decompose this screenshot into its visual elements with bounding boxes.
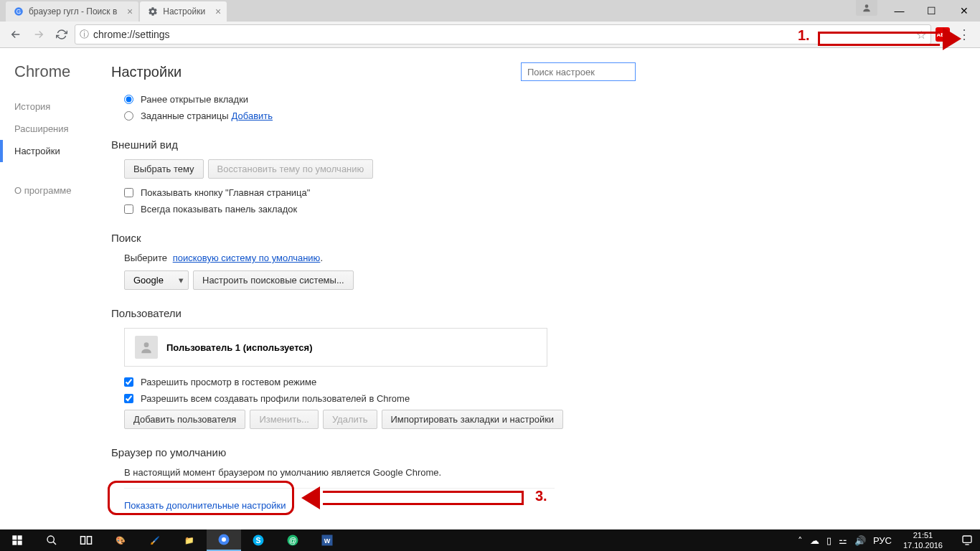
toolbar: ⓘ ☆ ABP ⋮ [0, 22, 980, 47]
start-button[interactable] [0, 529, 34, 551]
user-avatar-icon [135, 336, 158, 359]
tab-title: браузер гугл - Поиск в [29, 6, 117, 17]
add-pages-link[interactable]: Добавить [232, 110, 273, 121]
default-browser-status: В настоящий момент браузером по умолчани… [124, 467, 613, 478]
action-center-icon[interactable] [954, 529, 980, 551]
delete-user-button[interactable]: Удалить [323, 410, 377, 429]
svg-rect-9 [81, 537, 85, 545]
show-bookmarks-checkbox[interactable] [124, 204, 133, 214]
tray-volume-icon[interactable]: 🔊 [854, 535, 866, 546]
menu-button[interactable]: ⋮ [954, 24, 974, 44]
svg-point-12 [222, 537, 226, 542]
svg-rect-10 [88, 537, 92, 545]
tab-strip: G браузер гугл - Поиск в × Настройки × —… [0, 0, 980, 22]
anyone-create-checkbox[interactable] [124, 394, 133, 403]
taskbar-app-chrome[interactable] [207, 529, 241, 551]
svg-text:@: @ [289, 536, 297, 545]
default-browser-heading: Браузер по умолчанию [111, 446, 613, 458]
add-user-button[interactable]: Добавить пользователя [124, 410, 245, 429]
taskbar-app-palette[interactable]: 🎨 [103, 529, 138, 551]
svg-rect-6 [12, 541, 17, 545]
tray-clock[interactable]: 21:51 17.10.2016 [899, 530, 947, 550]
default-search-link[interactable]: поисковую систему по умолчанию [173, 253, 321, 263]
tab-close-icon[interactable]: × [127, 6, 133, 17]
minimize-button[interactable]: — [883, 0, 915, 22]
site-info-icon[interactable]: ⓘ [80, 28, 89, 41]
side-nav: Chrome История Расширения Настройки О пр… [0, 48, 111, 530]
search-help-text: Выберите [124, 253, 170, 263]
import-bookmarks-button[interactable]: Импортировать закладки и настройки [382, 410, 564, 429]
close-button[interactable]: ✕ [948, 0, 980, 22]
taskbar: 🎨 🖌️ 📁 S @ W ˄ ☁ ▯ ⚍ 🔊 РУС 21:51 17.10.2… [0, 529, 980, 551]
tab-title: Настройки [163, 6, 205, 17]
search-heading: Поиск [111, 232, 613, 244]
gear-icon [147, 6, 159, 17]
nav-settings[interactable]: Настройки [0, 140, 111, 162]
taskbar-app-paint[interactable]: 🖌️ [138, 529, 172, 551]
browser-chrome: G браузер гугл - Поиск в × Настройки × —… [0, 0, 980, 48]
svg-rect-5 [18, 535, 22, 540]
manage-search-button[interactable]: Настроить поисковые системы... [193, 270, 354, 290]
show-home-checkbox[interactable] [124, 188, 133, 197]
svg-rect-7 [18, 541, 22, 545]
guest-checkbox[interactable] [124, 377, 133, 387]
svg-text:S: S [255, 536, 260, 545]
users-heading: Пользователи [111, 307, 613, 319]
checkbox-label: Разрешить всем создавать профили пользов… [141, 393, 410, 404]
user-switcher[interactable] [856, 0, 877, 16]
tray-onedrive-icon[interactable]: ☁ [810, 535, 819, 546]
cortana-search-icon[interactable] [34, 529, 69, 551]
back-button[interactable] [6, 24, 26, 44]
nav-about[interactable]: О программе [14, 179, 111, 202]
svg-point-8 [47, 536, 54, 542]
svg-point-3 [144, 342, 149, 347]
svg-rect-19 [963, 536, 971, 542]
taskbar-app-explorer[interactable]: 📁 [172, 529, 207, 551]
adblock-plus-icon[interactable]: ABP [934, 26, 951, 43]
startup-previous-radio[interactable] [124, 95, 133, 104]
checkbox-label: Разрешить просмотр в гостевом режиме [141, 377, 316, 387]
choose-theme-button[interactable]: Выбрать тему [124, 159, 204, 179]
nav-history[interactable]: История [14, 95, 111, 118]
svg-text:W: W [324, 537, 331, 545]
svg-text:G: G [17, 9, 21, 15]
search-engine-dropdown[interactable]: Google [124, 270, 189, 290]
tray-language[interactable]: РУС [873, 535, 892, 546]
tray-chevron-icon[interactable]: ˄ [798, 535, 803, 546]
edit-user-button[interactable]: Изменить... [250, 410, 318, 429]
reload-button[interactable] [52, 24, 72, 44]
show-advanced-link[interactable]: Показать дополнительные настройки [124, 500, 286, 511]
tray-wifi-icon[interactable]: ⚍ [839, 535, 847, 546]
appearance-heading: Внешний вид [111, 138, 613, 151]
tray-battery-icon[interactable]: ▯ [826, 535, 831, 546]
chrome-logo: Chrome [14, 62, 111, 81]
taskbar-app-mail[interactable]: @ [275, 529, 310, 551]
task-view-icon[interactable] [69, 529, 103, 551]
window-controls: — ☐ ✕ [856, 0, 980, 22]
radio-label: Заданные страницы [141, 110, 229, 121]
url-input[interactable] [93, 29, 916, 40]
taskbar-app-word[interactable]: W [310, 529, 344, 551]
checkbox-label: Показывать кнопку "Главная страница" [141, 187, 310, 198]
settings-search-input[interactable] [521, 62, 636, 81]
user-profile-row[interactable]: Пользователь 1 (используется) [124, 328, 547, 367]
tab-google-search[interactable]: G браузер гугл - Поиск в × [6, 1, 138, 22]
user-name: Пользователь 1 (используется) [166, 342, 313, 353]
forward-button[interactable] [29, 24, 49, 44]
reset-theme-button[interactable]: Восстановить тему по умолчанию [208, 159, 374, 179]
svg-point-2 [865, 4, 869, 8]
radio-label: Ранее открытые вкладки [141, 94, 248, 105]
annotation-label-1: 1. [798, 27, 810, 44]
bookmark-star-icon[interactable]: ☆ [916, 28, 926, 42]
nav-extensions[interactable]: Расширения [14, 118, 111, 140]
tab-close-icon[interactable]: × [215, 6, 221, 17]
taskbar-app-skype[interactable]: S [241, 529, 275, 551]
system-tray: ˄ ☁ ▯ ⚍ 🔊 РУС 21:51 17.10.2016 [798, 530, 954, 550]
startup-custom-radio[interactable] [124, 111, 133, 121]
maximize-button[interactable]: ☐ [915, 0, 948, 22]
clock-date: 17.10.2016 [903, 540, 943, 550]
svg-rect-4 [12, 535, 17, 540]
tab-settings[interactable]: Настройки × [140, 1, 227, 22]
settings-content: Настройки Ранее открытые вкладки Заданны… [111, 48, 980, 530]
settings-page: Chrome История Расширения Настройки О пр… [0, 48, 980, 530]
